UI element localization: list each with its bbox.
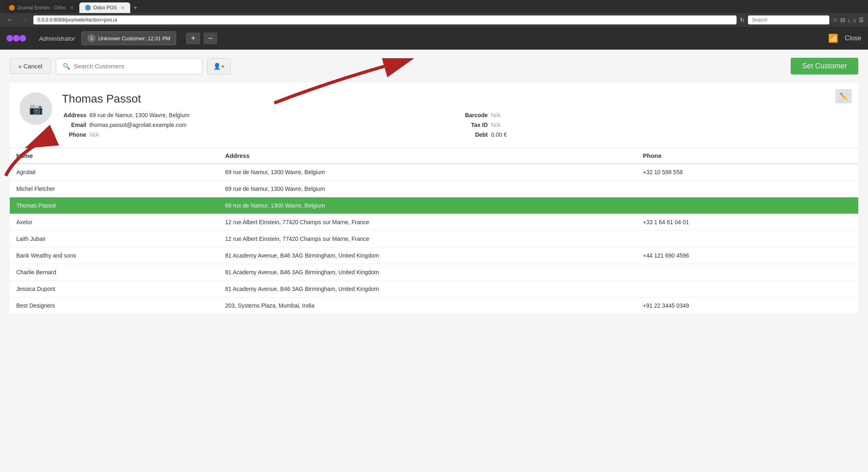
pos-order-tab[interactable]: 1 Unknown Customer: 12:31 PM: [81, 31, 176, 45]
row-address: 81 Academy Avenue, B46 3AG Birmingham, U…: [225, 286, 643, 292]
row-name: Thomas Passot: [16, 202, 225, 209]
table-row[interactable]: Thomas Passot 69 rue de Namur, 1300 Wavr…: [10, 197, 858, 214]
row-address: 12 rue Albert Einstein, 77420 Champs sur…: [225, 236, 643, 242]
add-customer-button[interactable]: 👤+: [207, 58, 231, 74]
phone-field: Phone N/A: [62, 131, 447, 138]
row-address: 69 rue de Namur, 1300 Wavre, Belgium: [225, 186, 643, 192]
email-field: Email thomas.passot@agrolait.example.com: [62, 122, 447, 128]
bookmark-button[interactable]: ☆: [833, 17, 838, 23]
address-label: Address: [62, 112, 86, 118]
customer-rows: Agrolait 69 rue de Namur, 1300 Wavre, Be…: [10, 164, 858, 314]
customer-avatar: 📷: [20, 92, 52, 125]
odoo-logo-svg: [7, 32, 26, 45]
phone-label: Phone: [62, 131, 86, 138]
row-address: 203, Systems Plaza, Mumbai, India: [225, 302, 643, 309]
row-address: 69 rue de Namur, 1300 Wavre, Belgium: [225, 202, 643, 209]
row-name: Charlie Bernard: [16, 269, 225, 275]
browser-tab-journal[interactable]: Journal Entries - Odoo ✕: [3, 2, 79, 13]
table-row[interactable]: Charlie Bernard 81 Academy Avenue, B46 3…: [10, 264, 858, 281]
pos-user: Administrator: [39, 35, 75, 42]
debt-label: Debt: [464, 131, 488, 138]
cancel-button[interactable]: « Cancel: [10, 58, 51, 74]
row-phone: +33 1 64 61 04 01: [643, 219, 852, 225]
row-name: Laith Jubair: [16, 236, 225, 242]
row-address: 81 Academy Avenue, B46 3AG Birmingham, U…: [225, 252, 643, 259]
taxid-field: Tax ID N/A: [464, 122, 849, 128]
customer-fields: Address 69 rue de Namur, 1300 Wavre, Bel…: [62, 112, 848, 138]
debt-field: Debt 0.00 €: [464, 131, 849, 138]
pos-header: Administrator 1 Unknown Customer: 12:31 …: [0, 27, 868, 50]
set-customer-button[interactable]: Set Customer: [791, 58, 858, 74]
connection-icon: 📶: [828, 33, 838, 43]
reload-button[interactable]: ↻: [740, 17, 745, 23]
reader-button[interactable]: ⊟: [840, 17, 845, 23]
close-button[interactable]: Close: [845, 35, 861, 42]
row-name: Michel Fletcher: [16, 186, 225, 192]
address-bar[interactable]: [33, 15, 737, 24]
taxid-label: Tax ID: [464, 122, 488, 128]
forward-button[interactable]: →: [19, 15, 30, 24]
row-address: 12 rue Albert Einstein, 77420 Champs sur…: [225, 219, 643, 225]
tab-favicon-pos: [85, 5, 91, 11]
tab-close-journal[interactable]: ✕: [70, 5, 74, 11]
row-address: 81 Academy Avenue, B46 3AG Birmingham, U…: [225, 269, 643, 275]
table-row[interactable]: Agrolait 69 rue de Namur, 1300 Wavre, Be…: [10, 164, 858, 181]
row-name: Jessica Dupont: [16, 286, 225, 292]
odoo-logo: [7, 32, 26, 45]
browser-tab-pos[interactable]: Odoo POS ✕: [79, 2, 130, 13]
barcode-field: Barcode N/A: [464, 112, 849, 118]
list-header: Name Address Phone: [10, 148, 858, 164]
header-address: Address: [225, 152, 643, 159]
remove-order-button[interactable]: −: [203, 33, 218, 44]
browser-search-input[interactable]: [748, 15, 829, 24]
email-label: Email: [62, 122, 86, 128]
row-phone: [643, 236, 852, 242]
tab-favicon-journal: [9, 5, 15, 11]
customer-toolbar: « Cancel 🔍 👤+ Set Customer: [10, 58, 858, 74]
search-customers-container: 🔍: [56, 58, 202, 74]
svg-point-1: [13, 35, 20, 42]
row-name: Best Designers: [16, 302, 225, 309]
svg-point-2: [20, 35, 26, 42]
table-row[interactable]: Jessica Dupont 81 Academy Avenue, B46 3A…: [10, 281, 858, 297]
phone-value: N/A: [90, 131, 99, 138]
home-button[interactable]: ⌂: [853, 17, 856, 23]
back-button[interactable]: ←: [4, 15, 15, 24]
row-phone: [643, 269, 852, 275]
email-value: thomas.passot@agrolait.example.com: [90, 122, 186, 128]
row-phone: +91 22 3445 0349: [643, 302, 852, 309]
download-button[interactable]: ↓: [848, 17, 851, 23]
table-row[interactable]: Bank Wealthy and sons 81 Academy Avenue,…: [10, 247, 858, 264]
menu-button[interactable]: ☰: [859, 17, 864, 23]
barcode-value: N/A: [491, 112, 501, 118]
row-name: Agrolait: [16, 169, 225, 175]
table-row[interactable]: Axelor 12 rue Albert Einstein, 77420 Cha…: [10, 214, 858, 231]
row-phone: [643, 286, 852, 292]
tab-close-pos[interactable]: ✕: [121, 5, 125, 11]
address-value: 69 rue de Namur, 1300 Wavre, Belgium: [90, 112, 189, 118]
customer-info: Thomas Passot Address 69 rue de Namur, 1…: [62, 92, 848, 138]
row-address: 69 rue de Namur, 1300 Wavre, Belgium: [225, 169, 643, 175]
row-phone: +32 10 588 558: [643, 169, 852, 175]
row-name: Bank Wealthy and sons: [16, 252, 225, 259]
new-tab-button[interactable]: +: [130, 2, 140, 13]
customer-detail: 📷 Thomas Passot Address 69 rue de Namur,…: [10, 83, 858, 148]
add-customer-icon: 👤+: [213, 63, 225, 70]
search-icon: 🔍: [63, 63, 70, 70]
taxid-value: N/A: [491, 122, 501, 128]
camera-icon: 📷: [29, 102, 43, 116]
row-phone: +44 121 690 4596: [643, 252, 852, 259]
customer-list: Name Address Phone Agrolait 69 rue de Na…: [10, 148, 858, 314]
search-customers-input[interactable]: [74, 63, 195, 70]
customer-name: Thomas Passot: [62, 92, 848, 105]
header-phone: Phone: [643, 152, 852, 159]
header-name: Name: [16, 152, 225, 159]
edit-customer-button[interactable]: ✏️: [835, 89, 852, 103]
table-row[interactable]: Michel Fletcher 69 rue de Namur, 1300 Wa…: [10, 181, 858, 197]
add-order-button[interactable]: +: [186, 33, 200, 44]
table-row[interactable]: Laith Jubair 12 rue Albert Einstein, 774…: [10, 231, 858, 247]
order-label: Unknown Customer: 12:31 PM: [98, 35, 170, 42]
table-row[interactable]: Best Designers 203, Systems Plaza, Mumba…: [10, 297, 858, 314]
tab-label-journal: Journal Entries - Odoo: [17, 5, 66, 11]
address-field: Address 69 rue de Namur, 1300 Wavre, Bel…: [62, 112, 447, 118]
